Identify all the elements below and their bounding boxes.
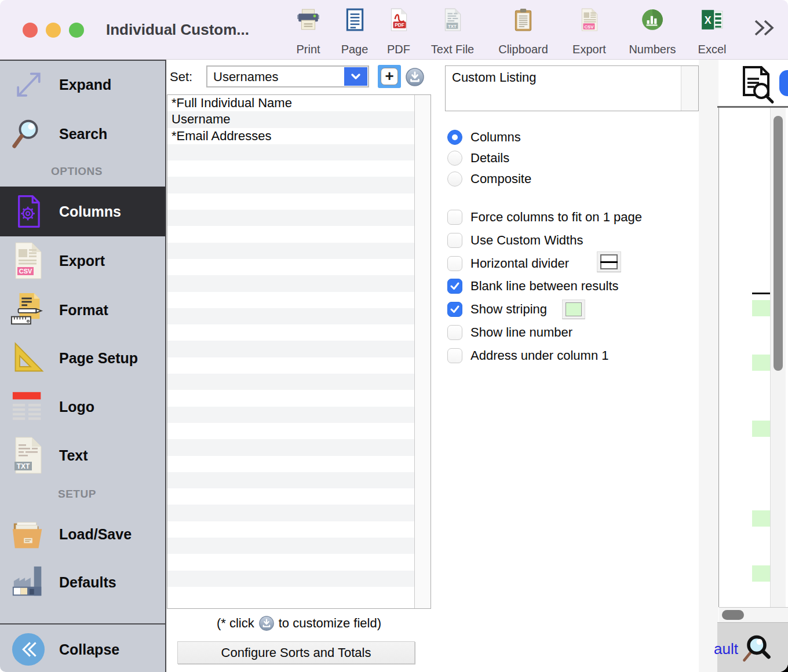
field-list-item[interactable] (167, 210, 415, 226)
field-list-item[interactable] (167, 521, 415, 538)
field-list-item[interactable] (167, 193, 415, 210)
field-list-item[interactable] (167, 472, 415, 488)
default-zoom-link[interactable]: ault (714, 640, 738, 658)
field-list-item[interactable] (167, 308, 415, 324)
field-list-item[interactable] (167, 390, 415, 406)
toolbar-button-numbers[interactable]: Numbers (625, 8, 680, 56)
listing-name-field[interactable]: Custom Listing (445, 65, 699, 111)
print-preview-icon[interactable] (739, 65, 775, 107)
checkbox-show-striping[interactable] (447, 302, 462, 317)
field-list-item[interactable]: *Email Addresses (167, 128, 415, 144)
field-list-item[interactable] (167, 488, 415, 505)
field-list-item[interactable] (167, 407, 415, 423)
preview-horizontal-scroll-thumb[interactable] (722, 610, 744, 620)
zoom-window-button[interactable] (69, 23, 84, 38)
sidebar-item-columns[interactable]: Columns (0, 187, 166, 236)
sidebar-right-border (165, 60, 166, 672)
sidebar-item-defaults[interactable]: Defaults (0, 558, 165, 606)
preview-horizontal-scrollbar[interactable] (719, 607, 788, 622)
toolbar-button-pdf[interactable]: PDF PDF (371, 8, 426, 56)
svg-text:X: X (705, 14, 712, 26)
checkbox-horizontal-divider[interactable] (447, 256, 462, 271)
field-list-item[interactable] (167, 456, 415, 472)
sidebar-label-load-save: Load/Save (59, 526, 132, 543)
sidebar-item-expand[interactable]: Expand (0, 61, 165, 108)
field-list-item[interactable]: Username (167, 111, 415, 127)
configure-sorts-totals-button[interactable]: Configure Sorts and Totals (177, 641, 415, 664)
toolbar-button-excel[interactable]: X Excel (684, 8, 740, 56)
field-list-item[interactable] (167, 259, 415, 275)
toolbar-button-clipboard[interactable]: Clipboard (495, 8, 551, 56)
sidebar-item-search[interactable]: Search (0, 110, 165, 158)
toolbar-button-export[interactable]: CSV Export (561, 8, 617, 56)
radio-columns[interactable] (447, 130, 462, 145)
sidebar-item-logo[interactable]: Logo (0, 385, 165, 429)
field-list-item[interactable] (167, 505, 415, 521)
sidebar-item-load-save[interactable]: Load/Save (0, 512, 165, 556)
preview-vertical-scrollbar[interactable] (770, 108, 786, 607)
field-list-item[interactable] (167, 292, 415, 308)
field-list-item[interactable] (167, 144, 415, 160)
toolbar-button-text-file[interactable]: TXT Text File (425, 8, 480, 56)
toolbar-label-page: Page (341, 43, 369, 56)
sidebar-item-page-setup[interactable]: Page Setup (0, 336, 165, 380)
field-list-item[interactable] (167, 357, 415, 374)
field-list-item[interactable] (167, 341, 415, 357)
preview-stripe (752, 510, 771, 527)
field-list-item[interactable] (167, 587, 415, 603)
pdf-file-icon: PDF (386, 8, 411, 34)
preview-mode-button[interactable] (779, 70, 788, 96)
close-window-button[interactable] (23, 23, 38, 38)
checkbox-label-line-number: Show line number (470, 325, 572, 340)
excel-app-icon: X (700, 8, 724, 34)
checkbox-address-column[interactable] (447, 348, 462, 363)
field-list-item[interactable] (167, 439, 415, 455)
sidebar-item-collapse[interactable]: Collapse (0, 629, 165, 670)
divider-style-button[interactable] (597, 251, 621, 272)
magnifier-icon[interactable] (740, 632, 773, 668)
field-list-item[interactable] (167, 423, 415, 439)
toolbar-overflow-button[interactable] (751, 16, 778, 42)
plus-icon: + (381, 68, 398, 85)
preview-stripe (752, 565, 771, 582)
customize-set-button[interactable] (406, 68, 424, 89)
field-list-item[interactable]: *Full Individual Name (167, 95, 415, 111)
checkbox-row-horizontal-divider: Horizontal divider (447, 256, 569, 271)
field-list-item[interactable] (167, 554, 415, 570)
field-list-item[interactable] (167, 538, 415, 554)
add-set-button[interactable]: + (378, 65, 401, 88)
field-list-item[interactable] (167, 324, 415, 341)
minimize-window-button[interactable] (46, 23, 61, 38)
radio-composite[interactable] (447, 171, 462, 187)
field-list-item[interactable] (167, 275, 415, 291)
listing-field-scrollbar[interactable] (681, 66, 698, 111)
sidebar-item-text[interactable]: TXT Text (0, 433, 165, 477)
chevron-down-icon (344, 67, 367, 86)
field-list-item[interactable] (167, 177, 415, 193)
field-list-scrollbar[interactable] (414, 95, 431, 608)
field-list-item[interactable] (167, 374, 415, 390)
sidebar-label-columns: Columns (59, 203, 121, 220)
preview-vertical-scroll-thumb[interactable] (774, 116, 783, 371)
csv-file-icon: CSV (577, 8, 601, 34)
field-list-item[interactable] (167, 226, 415, 242)
checkbox-force-fit[interactable] (447, 210, 462, 225)
checkbox-blank-line[interactable] (447, 279, 462, 294)
field-list-item[interactable] (167, 571, 415, 587)
field-list-item[interactable] (167, 243, 415, 259)
set-label: Set: (170, 70, 192, 85)
checkbox-custom-widths[interactable] (447, 233, 462, 248)
factory-icon (10, 564, 47, 600)
radio-details[interactable] (447, 151, 462, 166)
stripe-color-button[interactable] (562, 300, 585, 319)
toolbar-label-excel: Excel (698, 43, 727, 56)
field-list-item[interactable] (167, 160, 415, 177)
sidebar-item-format[interactable]: Format (0, 287, 165, 333)
set-dropdown[interactable]: Usernames (206, 65, 369, 87)
sidebar-item-export[interactable]: CSV Export (0, 239, 165, 283)
radio-row-details: Details (447, 151, 509, 166)
footnote-suffix: to customize field) (279, 616, 381, 631)
checkbox-row-line-number: Show line number (447, 325, 572, 340)
window-title: Individual Custom... (106, 21, 249, 39)
checkbox-line-number[interactable] (447, 325, 462, 340)
